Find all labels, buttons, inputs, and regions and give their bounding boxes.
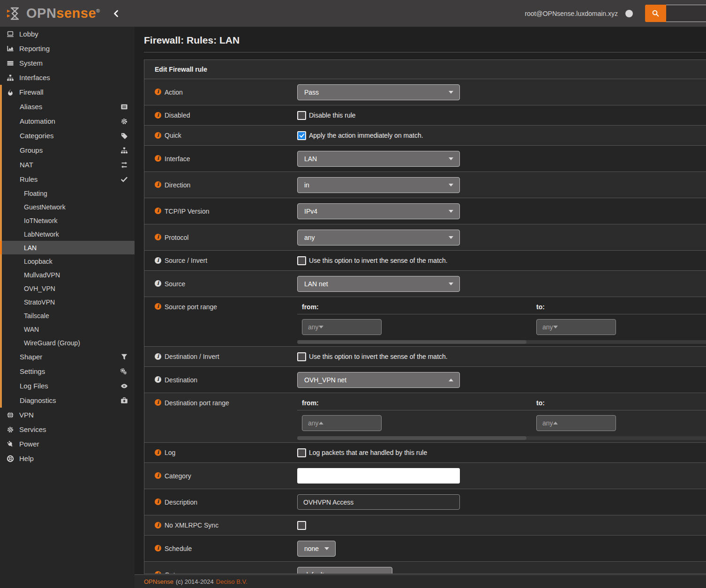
info-circle-icon[interactable]: i xyxy=(155,181,161,188)
sidebar-item-floating[interactable]: Floating xyxy=(0,186,135,200)
sidebar-item-aliases[interactable]: Aliases xyxy=(0,99,135,114)
info-circle-icon[interactable]: i xyxy=(155,545,161,551)
schedule-select[interactable]: none xyxy=(297,541,336,557)
sidebar-item-wireguard-group[interactable]: WireGuard (Group) xyxy=(0,336,135,350)
scrollbar-thumb[interactable] xyxy=(297,436,526,440)
horizontal-scrollbar[interactable] xyxy=(297,436,706,440)
sidebar-item-lobby[interactable]: Lobby xyxy=(0,27,135,41)
field-label-category: iCategory xyxy=(144,463,297,489)
source-port-range-from-select[interactable]: any xyxy=(302,319,382,335)
opnsense-logo[interactable]: OPNsense® xyxy=(0,6,100,22)
source-select[interactable]: LAN net xyxy=(297,276,460,292)
sidebar-item-rules[interactable]: Rules xyxy=(0,172,135,186)
info-circle-icon[interactable]: i xyxy=(155,571,161,574)
footer-opnsense-link[interactable]: OPNsense xyxy=(144,578,173,585)
caret-down-icon xyxy=(324,547,329,550)
sidebar-item-interfaces[interactable]: Interfaces xyxy=(0,70,135,85)
destination-select[interactable]: OVH_VPN net xyxy=(297,372,460,388)
status-indicator-dot xyxy=(625,10,633,17)
tcp-ip-version-select[interactable]: IPv4 xyxy=(297,203,460,219)
category-input[interactable] xyxy=(297,468,460,484)
quick-checkbox[interactable] xyxy=(297,131,306,140)
destination-invert-checkbox[interactable] xyxy=(297,352,306,361)
source-port-range-to-select[interactable]: any xyxy=(536,319,616,335)
sidebar-item-vpn[interactable]: VPN xyxy=(0,408,135,422)
info-circle-icon[interactable]: i xyxy=(155,376,161,383)
sidebar-item-categories[interactable]: Categories xyxy=(0,128,135,143)
description-input[interactable] xyxy=(297,494,460,510)
info-circle-icon[interactable]: i xyxy=(155,472,161,479)
sidebar-item-ovh-vpn[interactable]: OVH_VPN xyxy=(0,282,135,295)
horizontal-scrollbar[interactable] xyxy=(297,340,706,344)
sidebar-item-iotnetwork[interactable]: IoTNetwork xyxy=(0,214,135,227)
sidebar-item-wan[interactable]: WAN xyxy=(0,322,135,336)
footer-deciso-link[interactable]: Deciso B.V. xyxy=(216,578,248,585)
field-control-source-port-range: from:to:anyany xyxy=(297,297,706,346)
disabled-checkbox[interactable] xyxy=(297,111,306,120)
sidebar-item-diagnostics[interactable]: Diagnostics xyxy=(0,393,135,408)
scrollbar-thumb[interactable] xyxy=(297,340,526,344)
info-circle-icon[interactable]: i xyxy=(155,522,161,528)
info-circle-icon[interactable]: i xyxy=(155,499,161,505)
to-column-label: to: xyxy=(536,399,545,407)
field-label-quick: iQuick xyxy=(144,126,297,145)
selected-value: IPv4 xyxy=(304,208,317,215)
info-circle-icon[interactable]: i xyxy=(155,257,161,264)
sidebar-item-nat[interactable]: NAT xyxy=(0,157,135,172)
sidebar-item-log-files[interactable]: Log Files xyxy=(0,379,135,393)
info-circle-icon[interactable]: i xyxy=(155,208,161,214)
sidebar-item-settings[interactable]: Settings xyxy=(0,364,135,379)
form-row-no-xmlrpc-sync: iNo XMLRPC Sync xyxy=(144,515,706,535)
source-invert-checkbox[interactable] xyxy=(297,256,306,265)
sidebar-item-label: WAN xyxy=(24,326,39,333)
sidebar-item-firewall[interactable]: Firewall xyxy=(0,85,135,99)
sidebar-item-services[interactable]: Services xyxy=(0,422,135,437)
sidebar-item-guestnetwork[interactable]: GuestNetwork xyxy=(0,200,135,214)
field-label-text: Interface xyxy=(165,155,190,163)
sidebar-collapse-chevron-icon[interactable] xyxy=(113,9,120,18)
direction-select[interactable]: in xyxy=(297,177,460,193)
info-circle-icon[interactable]: i xyxy=(155,303,161,310)
sidebar-item-labnetwork[interactable]: LabNetwork xyxy=(0,227,135,241)
field-label-text: Category xyxy=(165,472,191,480)
sidebar-item-automation[interactable]: Automation xyxy=(0,114,135,128)
protocol-select[interactable]: any xyxy=(297,230,460,246)
action-select[interactable]: Pass xyxy=(297,84,460,100)
search-button[interactable] xyxy=(645,5,666,22)
sidebar-item-reporting[interactable]: Reporting xyxy=(0,41,135,56)
info-circle-icon[interactable]: i xyxy=(155,353,161,360)
sidebar-item-loopback[interactable]: Loopback xyxy=(0,254,135,268)
sidebar-item-groups[interactable]: Groups xyxy=(0,143,135,157)
sidebar-item-stratovpn[interactable]: StratoVPN xyxy=(0,295,135,309)
destination-port-range-to-select[interactable]: any xyxy=(536,415,616,431)
info-circle-icon[interactable]: i xyxy=(155,280,161,287)
log-checkbox[interactable] xyxy=(297,448,306,457)
info-circle-icon[interactable]: i xyxy=(155,234,161,240)
field-label-text: Gateway xyxy=(165,571,190,574)
desktop-icon xyxy=(6,30,14,38)
info-circle-icon[interactable]: i xyxy=(155,449,161,456)
destination-port-range-from-select[interactable]: any xyxy=(302,415,382,431)
sidebar-item-help[interactable]: Help xyxy=(0,451,135,466)
search-input[interactable] xyxy=(666,5,706,22)
info-circle-icon[interactable]: i xyxy=(155,155,161,162)
info-circle-icon[interactable]: i xyxy=(155,399,161,406)
sidebar-item-label: GuestNetwork xyxy=(24,203,66,211)
sidebar-item-power[interactable]: Power xyxy=(0,437,135,451)
info-circle-icon[interactable]: i xyxy=(155,112,161,119)
sidebar-item-label: Power xyxy=(19,440,39,448)
sidebar-item-mullvadvpn[interactable]: MullvadVPN xyxy=(0,268,135,282)
sidebar-item-tailscale[interactable]: Tailscale xyxy=(0,309,135,322)
field-control-direction: in xyxy=(297,172,706,198)
sidebar-item-shaper[interactable]: Shaper xyxy=(0,350,135,364)
no-xmlrpc-sync-checkbox[interactable] xyxy=(297,521,306,530)
gateway-select[interactable]: default xyxy=(297,567,392,574)
sidebar-item-system[interactable]: System xyxy=(0,56,135,70)
info-circle-icon[interactable]: i xyxy=(155,132,161,139)
sidebar-item-lan[interactable]: LAN xyxy=(0,241,135,254)
interface-select[interactable]: LAN xyxy=(297,151,460,167)
field-label-text: Disabled xyxy=(165,112,190,119)
info-circle-icon[interactable]: i xyxy=(155,89,161,95)
form-row-gateway: iGatewaydefault xyxy=(144,561,706,574)
field-label-text: Schedule xyxy=(165,545,192,552)
